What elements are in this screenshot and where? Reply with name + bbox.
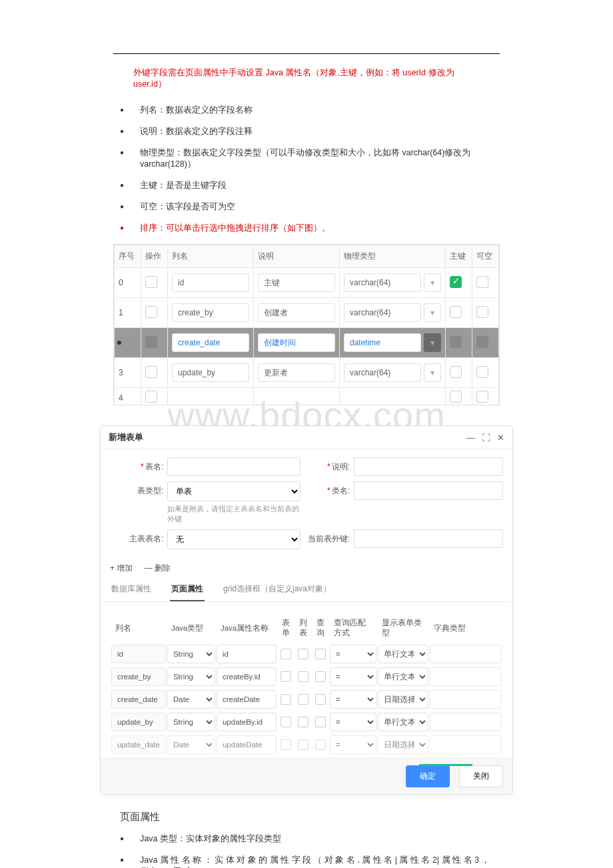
- chevron-down-icon[interactable]: ▾: [424, 303, 441, 322]
- main-table-select[interactable]: 无: [167, 529, 301, 549]
- list-checkbox[interactable]: [298, 739, 308, 750]
- query-checkbox[interactable]: [315, 649, 326, 659]
- cell-op[interactable]: [141, 358, 168, 388]
- form-checkbox[interactable]: [281, 671, 291, 682]
- table-row: update_byStringupdateBy.id=单行文本: [111, 713, 502, 731]
- form-type-select[interactable]: 单行文本: [378, 667, 428, 686]
- list-item: 列名：数据表定义的字段名称: [120, 105, 500, 116]
- close-icon[interactable]: ✕: [497, 433, 504, 443]
- dict-type-input[interactable]: [430, 713, 502, 731]
- java-type-select[interactable]: String: [167, 713, 215, 731]
- fk-input[interactable]: [354, 529, 503, 548]
- query-match-select[interactable]: =: [330, 667, 376, 686]
- add-row-button[interactable]: + 增加: [110, 563, 133, 573]
- th-desc: 说明: [254, 245, 340, 268]
- list-checkbox[interactable]: [298, 649, 308, 659]
- th-col: 列名: [168, 245, 254, 268]
- java-prop-input[interactable]: createDate: [217, 690, 277, 709]
- col-name-input[interactable]: [172, 333, 249, 352]
- label-main-table: 主表表名:: [129, 534, 163, 543]
- list-checkbox[interactable]: [298, 694, 308, 705]
- form-checkbox[interactable]: [281, 717, 291, 727]
- maximize-icon[interactable]: ⛶: [482, 433, 490, 443]
- t2-th-javatype: Java类型: [167, 615, 215, 641]
- col-name-input[interactable]: [172, 303, 249, 322]
- cell-op[interactable]: [141, 298, 168, 328]
- col-desc-input[interactable]: [258, 333, 335, 352]
- t2-th-col: 列名: [111, 615, 166, 641]
- form-checkbox[interactable]: [281, 739, 291, 750]
- chevron-down-icon[interactable]: ▾: [424, 273, 441, 292]
- list-checkbox[interactable]: [298, 671, 308, 682]
- form-type-select[interactable]: 单行文本: [378, 645, 428, 663]
- java-type-select[interactable]: Date: [167, 690, 215, 709]
- table-name-input[interactable]: [167, 457, 301, 476]
- cell-op[interactable]: [141, 268, 168, 298]
- query-match-select[interactable]: =: [330, 713, 376, 731]
- table-type-select[interactable]: 单表: [167, 481, 301, 501]
- java-type-select[interactable]: Date: [167, 735, 215, 754]
- java-prop-input[interactable]: updateBy.id: [217, 713, 277, 731]
- cell-pk[interactable]: [446, 268, 472, 298]
- close-button[interactable]: 关闭: [459, 765, 503, 787]
- java-prop-input[interactable]: id: [217, 645, 277, 663]
- del-row-button[interactable]: — 删除: [145, 563, 171, 573]
- new-form-dialog: 新增表单 — ⛶ ✕ *表名: *说明: 表类型: 单表 如果是附表，请指定主表…: [100, 425, 513, 795]
- ptype-input[interactable]: [344, 363, 421, 382]
- tab-page-attrs[interactable]: 页面属性: [170, 578, 205, 601]
- chevron-down-icon[interactable]: ▾: [424, 363, 441, 382]
- ptype-input[interactable]: [344, 273, 421, 292]
- form-type-select[interactable]: 单行文本: [378, 713, 428, 731]
- dict-type-input[interactable]: [430, 690, 502, 709]
- query-match-select[interactable]: =: [330, 645, 376, 663]
- col-desc-input[interactable]: [258, 273, 335, 292]
- list-item: Java 类型：实体对象的属性字段类型: [120, 833, 500, 845]
- desc-input[interactable]: [354, 457, 503, 476]
- t2-th-formtype: 显示表单类型: [378, 615, 428, 641]
- dict-type-input[interactable]: [430, 735, 502, 754]
- query-match-select[interactable]: =: [330, 735, 376, 754]
- minimize-icon[interactable]: —: [466, 433, 475, 443]
- col-name-input[interactable]: [172, 273, 249, 292]
- table-row[interactable]: 1▾: [115, 298, 499, 328]
- query-match-select[interactable]: =: [330, 690, 376, 709]
- query-checkbox[interactable]: [315, 694, 326, 705]
- list-checkbox[interactable]: [298, 717, 308, 727]
- ok-button[interactable]: 确定: [406, 765, 450, 787]
- class-name-input[interactable]: [354, 481, 503, 500]
- form-checkbox[interactable]: [281, 649, 291, 659]
- form-checkbox[interactable]: [281, 694, 291, 705]
- table-row[interactable]: 3▾: [115, 358, 499, 388]
- col-desc-input[interactable]: [258, 303, 335, 322]
- cell-nul[interactable]: [472, 358, 499, 388]
- java-type-select[interactable]: String: [167, 667, 215, 686]
- cell-op[interactable]: [141, 328, 168, 358]
- cell-nul[interactable]: [472, 268, 499, 298]
- col-name-input[interactable]: [172, 363, 249, 382]
- table-row[interactable]: ▾: [115, 328, 499, 358]
- tab-grid-select[interactable]: grid选择框（自定义java对象）: [222, 578, 332, 601]
- tab-db-attrs[interactable]: 数据库属性: [110, 578, 153, 601]
- cell-nul[interactable]: [472, 328, 499, 358]
- java-prop-input[interactable]: createBy.id: [217, 667, 277, 686]
- cell-nul[interactable]: [472, 298, 499, 328]
- query-checkbox[interactable]: [315, 671, 326, 682]
- dict-type-input[interactable]: [430, 645, 502, 663]
- form-type-select[interactable]: 日期选择: [378, 735, 428, 754]
- form-type-select[interactable]: 日期选择: [378, 690, 428, 709]
- java-type-select[interactable]: String: [167, 645, 215, 663]
- ptype-input[interactable]: [344, 333, 421, 352]
- table-row[interactable]: 0▾: [115, 268, 499, 298]
- cell-pk[interactable]: [446, 298, 472, 328]
- query-checkbox[interactable]: [315, 739, 326, 750]
- col-name-readonly: update_by: [111, 713, 166, 731]
- label-class-name: 类名:: [332, 486, 350, 495]
- java-prop-input[interactable]: updateDate: [217, 735, 277, 754]
- cell-pk[interactable]: [446, 328, 472, 358]
- col-desc-input[interactable]: [258, 363, 335, 382]
- dict-type-input[interactable]: [430, 667, 502, 686]
- cell-pk[interactable]: [446, 358, 472, 388]
- ptype-input[interactable]: [344, 303, 421, 322]
- query-checkbox[interactable]: [315, 717, 326, 727]
- chevron-down-icon[interactable]: ▾: [424, 333, 441, 352]
